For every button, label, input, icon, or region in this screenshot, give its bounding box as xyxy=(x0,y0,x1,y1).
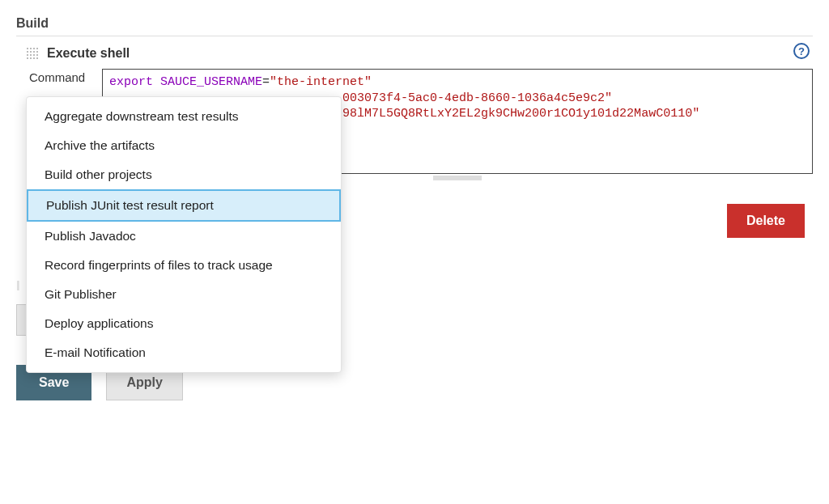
svg-rect-10 xyxy=(33,54,35,56)
code-token: = xyxy=(262,75,270,89)
menu-item[interactable]: Build other projects xyxy=(27,160,341,189)
help-icon: ? xyxy=(793,43,810,59)
code-token: SAUCE_USERNAME xyxy=(160,75,262,89)
svg-rect-5 xyxy=(30,51,32,53)
svg-rect-4 xyxy=(27,51,28,53)
step-header: Execute shell xyxy=(26,46,813,61)
menu-item[interactable]: Publish Javadoc xyxy=(27,222,341,251)
svg-rect-11 xyxy=(36,54,38,56)
svg-rect-2 xyxy=(33,48,35,49)
menu-item[interactable]: Record fingerprints of files to track us… xyxy=(27,251,341,280)
svg-rect-3 xyxy=(36,48,38,49)
command-label: Command xyxy=(29,69,94,84)
svg-rect-12 xyxy=(27,57,28,59)
svg-rect-9 xyxy=(30,54,32,56)
svg-text:?: ? xyxy=(798,45,805,57)
build-section: Build Execute shell ? xyxy=(16,16,813,400)
menu-item[interactable]: Archive the artifacts xyxy=(27,131,341,160)
svg-rect-13 xyxy=(30,57,32,59)
menu-item[interactable]: Publish JUnit test result report xyxy=(27,189,341,222)
svg-rect-7 xyxy=(36,51,38,53)
drag-handle-icon[interactable] xyxy=(26,47,39,60)
divider xyxy=(16,36,813,36)
code-token: "598lM7L5GQ8RtLxY2EL2gk9CHw200r1CO1y101d… xyxy=(328,107,699,121)
menu-item[interactable]: Deploy applications xyxy=(27,309,341,338)
delete-button[interactable]: Delete xyxy=(727,204,805,238)
svg-rect-1 xyxy=(30,48,32,49)
code-token: 003073f4-5ac0-4edb-8660-1036a4c5e9c2" xyxy=(342,91,612,105)
code-token: export xyxy=(109,75,153,89)
svg-rect-15 xyxy=(36,57,38,59)
help-button[interactable]: ? xyxy=(793,43,810,61)
post-build-action-menu[interactable]: Aggregate downstream test resultsArchive… xyxy=(26,96,342,373)
menu-item[interactable]: Git Publisher xyxy=(27,280,341,309)
svg-rect-14 xyxy=(33,57,35,59)
menu-item[interactable]: E-mail Notification xyxy=(27,338,341,367)
step-title: Execute shell xyxy=(47,46,130,61)
svg-rect-6 xyxy=(33,51,35,53)
code-token: "the-internet" xyxy=(270,75,372,89)
section-title: Build xyxy=(16,16,813,31)
menu-item[interactable]: Aggregate downstream test results xyxy=(27,102,341,131)
svg-rect-0 xyxy=(27,48,28,49)
svg-rect-8 xyxy=(27,54,28,56)
build-step-block: Execute shell ? Command export SAUCE_USE… xyxy=(26,46,813,238)
